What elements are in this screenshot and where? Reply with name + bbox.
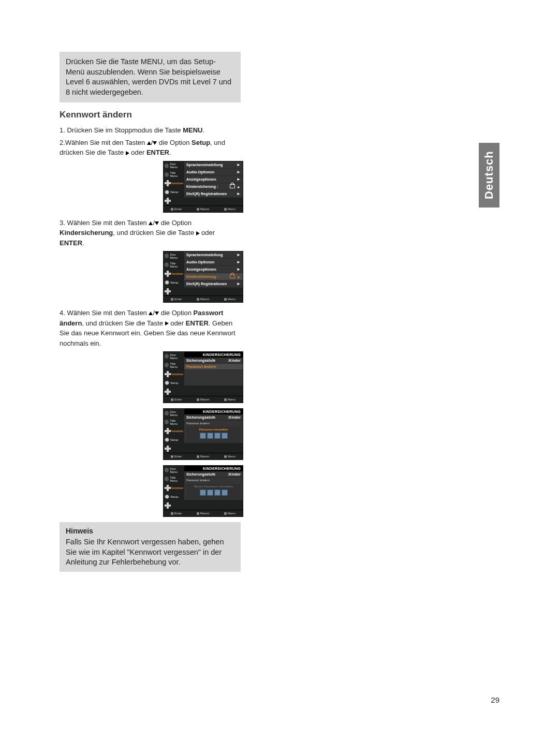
row-label: Kindersicherung : <box>186 185 218 188</box>
setup-row: Spracheneinstellung► <box>184 161 243 169</box>
osd-menu-kinder-3: Disc Menu Title Menu Function Setup KIND… <box>163 465 243 517</box>
language-tab: Deutsch <box>479 143 499 207</box>
intro-box: Drücken Sie die Taste MENU, um das Setup… <box>60 52 241 102</box>
side-setup: Setup <box>164 492 184 501</box>
footer-return: Return <box>197 512 210 515</box>
right-icon <box>165 321 169 325</box>
step3-kinder: Kindersicherung <box>60 229 113 236</box>
side-setup-label: Setup <box>170 281 179 284</box>
side-title-label: Title Menu <box>170 419 183 425</box>
row-label: Anzeigeoptionen <box>186 177 216 181</box>
up-icon <box>149 312 153 315</box>
row-label: DivX(R) Registrationen <box>186 282 227 286</box>
section-heading: Kennwort ändern <box>60 110 241 120</box>
disc-icon <box>165 354 169 359</box>
disc-icon <box>165 164 169 168</box>
lock-icon <box>230 274 235 278</box>
setup-row: Audio-Optionen► <box>184 169 243 176</box>
step2-b: die Option <box>157 139 192 146</box>
step-4: 4. Wählen Sie mit den Tasten / die Optio… <box>60 308 241 348</box>
side-disc: Disc Menu <box>164 352 184 361</box>
nav-icon <box>165 288 171 294</box>
osd-sidebar: Disc Menu Title Menu Function Setup <box>164 466 184 510</box>
step1-menu: MENU <box>183 126 202 134</box>
setup-row: Anzeigeoptionen► <box>184 176 243 183</box>
setup-row: Anzeigeoptionen► <box>184 266 243 273</box>
side-setup-label: Setup <box>170 190 179 194</box>
side-setup-label: Setup <box>170 381 179 384</box>
setup-row: DivX(R) Registrationen► <box>184 280 243 288</box>
side-function-label: Function <box>170 272 183 275</box>
row-label: Spracheneinstellung <box>186 163 223 167</box>
side-title: Title Menu <box>164 260 184 269</box>
note-body: Falls Sie Ihr Kennwort vergessen haben, … <box>66 537 234 568</box>
row-label: Sicherungsstufe <box>186 472 215 476</box>
step3-d: , und drücken Sie die Taste <box>113 229 196 236</box>
nav-icon <box>165 446 171 452</box>
side-disc: Disc Menu <box>164 161 184 170</box>
side-disc-label: Disc Menu <box>170 162 183 169</box>
row-label: Audio-Optionen <box>186 260 214 264</box>
kinder-row-selected: Passwort ändern <box>184 364 243 370</box>
pw-overlay-title: Neues Passwort einstellen <box>186 485 241 488</box>
side-function-label: Function <box>170 373 183 376</box>
osd-main: KINDERSICHERUNG Sicherungsstufe:Kinder P… <box>184 409 243 443</box>
osd-sidebar: Disc Menu Title Menu Function Setup <box>164 251 184 295</box>
side-setup: Setup <box>164 435 184 444</box>
side-function-label: Function <box>170 486 183 490</box>
chevron-right-icon: ► <box>237 267 241 272</box>
title-icon <box>165 420 169 424</box>
step4-e: oder <box>169 319 186 327</box>
dpad-icon <box>165 271 169 277</box>
chevron-right-icon: ► <box>237 162 241 167</box>
footer-enter: Enter <box>171 398 182 401</box>
pw-overlay: Passwort einstellen <box>186 427 241 443</box>
osd-footer: Enter Return Menu <box>164 396 243 403</box>
side-title-label: Title Menu <box>170 362 183 368</box>
side-disc: Disc Menu <box>164 409 184 418</box>
pw-sub-label: Passwort ändern <box>184 421 243 426</box>
kinder-row: Sicherungsstufe:Kinder <box>184 471 243 478</box>
osd-menu-kinder-1: Disc Menu Title Menu Function Setup KIND… <box>163 351 243 403</box>
step2-g: . <box>169 149 171 156</box>
osd-footer: Enter Return Menu <box>164 510 243 516</box>
manual-page: Deutsch 29 Drücken Sie die Taste MENU, u… <box>0 0 559 756</box>
side-nav <box>164 197 184 205</box>
osd-footer: Enter Return Menu <box>164 295 243 302</box>
pw-input-boxes <box>186 431 241 442</box>
side-title-label: Title Menu <box>170 171 183 177</box>
pw-input-boxes <box>186 488 241 499</box>
down-icon <box>155 221 159 225</box>
nav-icon <box>165 502 171 509</box>
footer-menu: Menu <box>224 398 236 401</box>
osd-header: KINDERSICHERUNG <box>184 352 243 358</box>
pw-overlay: Neues Passwort einstellen <box>186 484 241 500</box>
step2-enter: ENTER <box>146 149 169 156</box>
osd-header: KINDERSICHERUNG <box>184 409 243 414</box>
side-title-label: Title Menu <box>170 476 183 482</box>
chevron-right-icon: ► <box>237 253 241 257</box>
page-number: 29 <box>491 695 499 704</box>
nav-icon <box>165 198 171 204</box>
side-disc-label: Disc Menu <box>170 353 183 360</box>
side-function: Function <box>164 269 184 278</box>
dpad-icon <box>165 371 169 377</box>
row-label: Audio-Optionen <box>186 170 214 174</box>
lock-arrow: ► <box>230 274 241 279</box>
side-nav <box>164 287 184 295</box>
row-label: Spracheneinstellung <box>186 253 223 257</box>
side-nav <box>164 501 184 510</box>
footer-enter: Enter <box>171 207 182 211</box>
dpad-icon <box>165 428 169 434</box>
side-setup: Setup <box>164 378 184 387</box>
row-value: :Kinder <box>228 472 241 476</box>
osd-menu-setup-1: Disc Menu Title Menu Function Setup Spra… <box>163 161 243 213</box>
side-title-label: Title Menu <box>170 262 183 268</box>
step3-a: 3. Wählen Sie mit den Tasten <box>60 219 149 227</box>
dpad-icon <box>165 180 169 186</box>
footer-menu: Menu <box>224 207 236 211</box>
footer-enter: Enter <box>171 298 182 301</box>
row-value: :Kinder <box>228 416 241 419</box>
lock-arrow: ► <box>230 184 241 189</box>
step4-a: 4. Wählen Sie mit den Tasten <box>60 309 149 317</box>
